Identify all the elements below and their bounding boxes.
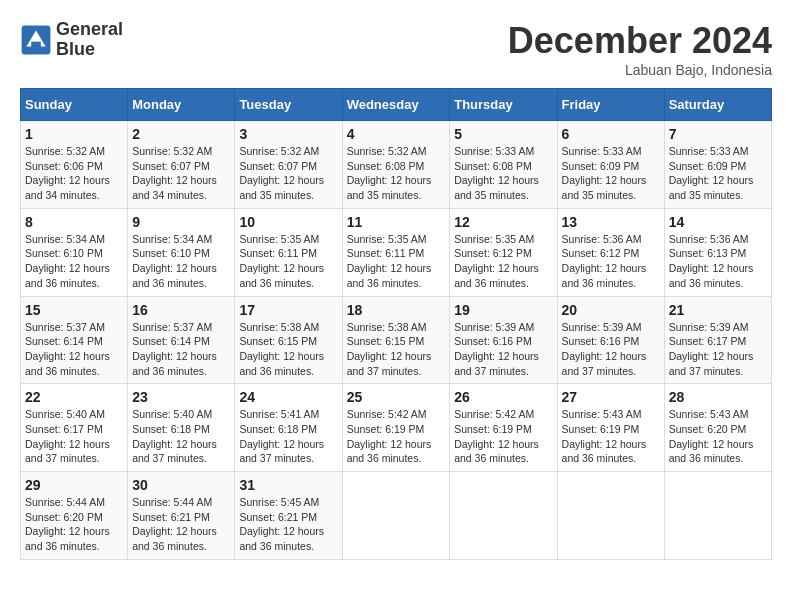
- logo-line2: Blue: [56, 40, 123, 60]
- day-number: 18: [347, 302, 446, 318]
- weekday-row: SundayMondayTuesdayWednesdayThursdayFrid…: [21, 89, 772, 121]
- day-number: 9: [132, 214, 230, 230]
- week-row: 15Sunrise: 5:37 AM Sunset: 6:14 PM Dayli…: [21, 296, 772, 384]
- day-number: 29: [25, 477, 123, 493]
- day-info: Sunrise: 5:33 AM Sunset: 6:09 PM Dayligh…: [669, 144, 767, 203]
- day-info: Sunrise: 5:34 AM Sunset: 6:10 PM Dayligh…: [25, 232, 123, 291]
- week-row: 29Sunrise: 5:44 AM Sunset: 6:20 PM Dayli…: [21, 472, 772, 560]
- day-info: Sunrise: 5:38 AM Sunset: 6:15 PM Dayligh…: [347, 320, 446, 379]
- weekday-tuesday: Tuesday: [235, 89, 342, 121]
- day-info: Sunrise: 5:32 AM Sunset: 6:08 PM Dayligh…: [347, 144, 446, 203]
- calendar-cell: 16Sunrise: 5:37 AM Sunset: 6:14 PM Dayli…: [128, 296, 235, 384]
- calendar-cell: 19Sunrise: 5:39 AM Sunset: 6:16 PM Dayli…: [450, 296, 557, 384]
- day-number: 3: [239, 126, 337, 142]
- day-info: Sunrise: 5:39 AM Sunset: 6:16 PM Dayligh…: [562, 320, 660, 379]
- week-row: 22Sunrise: 5:40 AM Sunset: 6:17 PM Dayli…: [21, 384, 772, 472]
- logo-line1: General: [56, 20, 123, 40]
- calendar-cell: 20Sunrise: 5:39 AM Sunset: 6:16 PM Dayli…: [557, 296, 664, 384]
- calendar-cell: 6Sunrise: 5:33 AM Sunset: 6:09 PM Daylig…: [557, 121, 664, 209]
- day-number: 16: [132, 302, 230, 318]
- calendar-cell: 17Sunrise: 5:38 AM Sunset: 6:15 PM Dayli…: [235, 296, 342, 384]
- day-info: Sunrise: 5:39 AM Sunset: 6:17 PM Dayligh…: [669, 320, 767, 379]
- calendar-cell: 21Sunrise: 5:39 AM Sunset: 6:17 PM Dayli…: [664, 296, 771, 384]
- calendar-cell: [342, 472, 450, 560]
- calendar-cell: [664, 472, 771, 560]
- day-info: Sunrise: 5:38 AM Sunset: 6:15 PM Dayligh…: [239, 320, 337, 379]
- day-number: 10: [239, 214, 337, 230]
- day-info: Sunrise: 5:42 AM Sunset: 6:19 PM Dayligh…: [347, 407, 446, 466]
- page-header: General Blue December 2024 Labuan Bajo, …: [20, 20, 772, 78]
- weekday-thursday: Thursday: [450, 89, 557, 121]
- day-number: 27: [562, 389, 660, 405]
- calendar-cell: 7Sunrise: 5:33 AM Sunset: 6:09 PM Daylig…: [664, 121, 771, 209]
- calendar-cell: 5Sunrise: 5:33 AM Sunset: 6:08 PM Daylig…: [450, 121, 557, 209]
- calendar-cell: 29Sunrise: 5:44 AM Sunset: 6:20 PM Dayli…: [21, 472, 128, 560]
- weekday-monday: Monday: [128, 89, 235, 121]
- calendar-cell: 31Sunrise: 5:45 AM Sunset: 6:21 PM Dayli…: [235, 472, 342, 560]
- calendar-cell: 22Sunrise: 5:40 AM Sunset: 6:17 PM Dayli…: [21, 384, 128, 472]
- day-number: 15: [25, 302, 123, 318]
- day-number: 22: [25, 389, 123, 405]
- day-info: Sunrise: 5:39 AM Sunset: 6:16 PM Dayligh…: [454, 320, 552, 379]
- calendar-cell: 28Sunrise: 5:43 AM Sunset: 6:20 PM Dayli…: [664, 384, 771, 472]
- day-info: Sunrise: 5:35 AM Sunset: 6:11 PM Dayligh…: [347, 232, 446, 291]
- calendar-cell: [557, 472, 664, 560]
- calendar-header: SundayMondayTuesdayWednesdayThursdayFrid…: [21, 89, 772, 121]
- logo-text: General Blue: [56, 20, 123, 60]
- calendar-cell: 26Sunrise: 5:42 AM Sunset: 6:19 PM Dayli…: [450, 384, 557, 472]
- day-info: Sunrise: 5:44 AM Sunset: 6:21 PM Dayligh…: [132, 495, 230, 554]
- day-info: Sunrise: 5:32 AM Sunset: 6:07 PM Dayligh…: [132, 144, 230, 203]
- weekday-sunday: Sunday: [21, 89, 128, 121]
- day-number: 4: [347, 126, 446, 142]
- svg-rect-2: [31, 41, 41, 47]
- day-number: 23: [132, 389, 230, 405]
- calendar-cell: 10Sunrise: 5:35 AM Sunset: 6:11 PM Dayli…: [235, 208, 342, 296]
- day-info: Sunrise: 5:37 AM Sunset: 6:14 PM Dayligh…: [132, 320, 230, 379]
- day-info: Sunrise: 5:33 AM Sunset: 6:09 PM Dayligh…: [562, 144, 660, 203]
- calendar-cell: 18Sunrise: 5:38 AM Sunset: 6:15 PM Dayli…: [342, 296, 450, 384]
- calendar-cell: 2Sunrise: 5:32 AM Sunset: 6:07 PM Daylig…: [128, 121, 235, 209]
- day-number: 12: [454, 214, 552, 230]
- weekday-saturday: Saturday: [664, 89, 771, 121]
- day-info: Sunrise: 5:40 AM Sunset: 6:18 PM Dayligh…: [132, 407, 230, 466]
- week-row: 8Sunrise: 5:34 AM Sunset: 6:10 PM Daylig…: [21, 208, 772, 296]
- day-number: 1: [25, 126, 123, 142]
- logo: General Blue: [20, 20, 123, 60]
- calendar-cell: 4Sunrise: 5:32 AM Sunset: 6:08 PM Daylig…: [342, 121, 450, 209]
- day-number: 20: [562, 302, 660, 318]
- day-info: Sunrise: 5:37 AM Sunset: 6:14 PM Dayligh…: [25, 320, 123, 379]
- day-info: Sunrise: 5:43 AM Sunset: 6:19 PM Dayligh…: [562, 407, 660, 466]
- day-number: 5: [454, 126, 552, 142]
- calendar-body: 1Sunrise: 5:32 AM Sunset: 6:06 PM Daylig…: [21, 121, 772, 560]
- calendar-cell: 8Sunrise: 5:34 AM Sunset: 6:10 PM Daylig…: [21, 208, 128, 296]
- day-number: 7: [669, 126, 767, 142]
- day-info: Sunrise: 5:35 AM Sunset: 6:11 PM Dayligh…: [239, 232, 337, 291]
- day-info: Sunrise: 5:45 AM Sunset: 6:21 PM Dayligh…: [239, 495, 337, 554]
- day-number: 11: [347, 214, 446, 230]
- day-number: 30: [132, 477, 230, 493]
- day-number: 21: [669, 302, 767, 318]
- day-info: Sunrise: 5:35 AM Sunset: 6:12 PM Dayligh…: [454, 232, 552, 291]
- day-info: Sunrise: 5:41 AM Sunset: 6:18 PM Dayligh…: [239, 407, 337, 466]
- calendar-cell: 3Sunrise: 5:32 AM Sunset: 6:07 PM Daylig…: [235, 121, 342, 209]
- day-number: 8: [25, 214, 123, 230]
- day-info: Sunrise: 5:36 AM Sunset: 6:13 PM Dayligh…: [669, 232, 767, 291]
- calendar-cell: 23Sunrise: 5:40 AM Sunset: 6:18 PM Dayli…: [128, 384, 235, 472]
- day-number: 13: [562, 214, 660, 230]
- calendar-cell: 24Sunrise: 5:41 AM Sunset: 6:18 PM Dayli…: [235, 384, 342, 472]
- location: Labuan Bajo, Indonesia: [508, 62, 772, 78]
- day-number: 26: [454, 389, 552, 405]
- calendar-cell: 15Sunrise: 5:37 AM Sunset: 6:14 PM Dayli…: [21, 296, 128, 384]
- day-info: Sunrise: 5:43 AM Sunset: 6:20 PM Dayligh…: [669, 407, 767, 466]
- calendar-cell: 9Sunrise: 5:34 AM Sunset: 6:10 PM Daylig…: [128, 208, 235, 296]
- day-info: Sunrise: 5:36 AM Sunset: 6:12 PM Dayligh…: [562, 232, 660, 291]
- calendar-cell: [450, 472, 557, 560]
- day-info: Sunrise: 5:42 AM Sunset: 6:19 PM Dayligh…: [454, 407, 552, 466]
- day-info: Sunrise: 5:40 AM Sunset: 6:17 PM Dayligh…: [25, 407, 123, 466]
- calendar-cell: 14Sunrise: 5:36 AM Sunset: 6:13 PM Dayli…: [664, 208, 771, 296]
- weekday-wednesday: Wednesday: [342, 89, 450, 121]
- day-number: 19: [454, 302, 552, 318]
- day-number: 25: [347, 389, 446, 405]
- logo-icon: [20, 24, 52, 56]
- calendar-cell: 27Sunrise: 5:43 AM Sunset: 6:19 PM Dayli…: [557, 384, 664, 472]
